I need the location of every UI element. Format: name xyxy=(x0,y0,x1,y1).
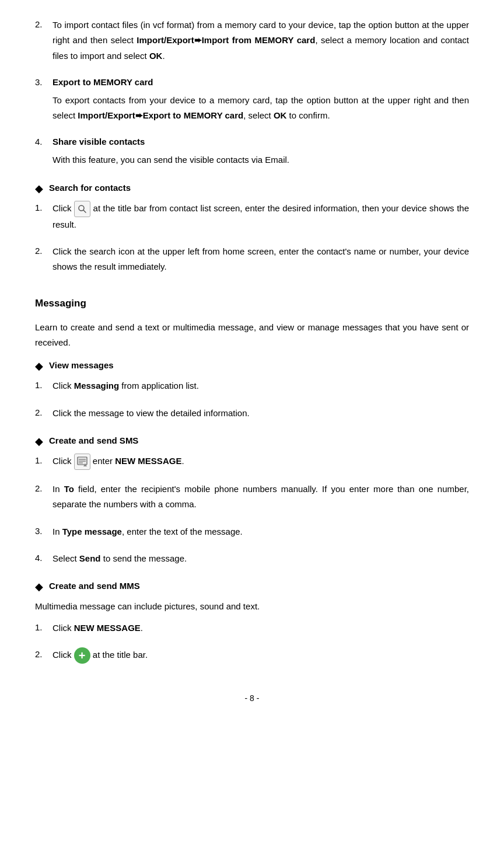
mms-intro: Multimedia message can include pictures,… xyxy=(35,599,469,614)
section-num-3: 3. xyxy=(35,75,52,89)
search-item-1-post: at the title bar from contact list scree… xyxy=(52,203,469,229)
mms-item-1-para: Click NEW MESSAGE. xyxy=(52,621,469,636)
diamond-icon-4: ◆ xyxy=(35,580,43,594)
sms-item-4: 4. Select Send to send the message. xyxy=(35,551,469,571)
sms-item-1-body: Click enter NEW MESSAGE. xyxy=(52,454,469,475)
bullet-create-mms: ◆ Create and send MMS xyxy=(35,579,469,594)
sms-item-2: 2. In To field, enter the recipient's mo… xyxy=(35,482,469,517)
sms-item-3: 3. In Type message, enter the text of th… xyxy=(35,524,469,544)
sms-item-4-num: 4. xyxy=(35,551,52,565)
search-item-1-body: Click at the title bar from contact list… xyxy=(52,201,469,237)
create-mms-heading: Create and send MMS xyxy=(49,579,140,593)
search-item-1-para: Click at the title bar from contact list… xyxy=(52,201,469,232)
sms-item-2-para: In To field, enter the recipient's mobil… xyxy=(52,482,469,513)
search-icon xyxy=(74,201,90,217)
share-para: With this feature, you can send the visi… xyxy=(52,152,469,168)
view-msg-item-1-num: 1. xyxy=(35,378,52,392)
page-number: - 8 - xyxy=(245,693,260,703)
section-body: To import contact files (in vcf format) … xyxy=(52,18,469,68)
search-item-2: 2. Click the search icon at the upper le… xyxy=(35,244,469,280)
mms-item-1-num: 1. xyxy=(35,621,52,635)
sms-item-1-dot: . xyxy=(181,456,184,466)
mms-item-1: 1. Click NEW MESSAGE. xyxy=(35,621,469,640)
mms-item-2-pre: Click xyxy=(52,650,72,660)
search-item-1-pre: Click xyxy=(52,203,72,213)
sms-item-1-mid: enter xyxy=(93,456,115,466)
sms-item-1: 1. Click enter NEW MESSAGE. xyxy=(35,454,469,475)
section-share-contacts: 4. Share visible contacts With this feat… xyxy=(35,135,469,172)
diamond-icon-3: ◆ xyxy=(35,434,43,449)
share-heading: Share visible contacts xyxy=(52,135,469,149)
sms-item-1-para: Click enter NEW MESSAGE. xyxy=(52,454,469,470)
search-item-1-num: 1. xyxy=(35,201,52,215)
sms-item-1-pre: Click xyxy=(52,456,72,466)
diamond-icon-2: ◆ xyxy=(35,359,43,374)
bullet-create-sms: ◆ Create and send SMS xyxy=(35,434,469,449)
section-num: 2. xyxy=(35,18,52,32)
mms-item-1-body: Click NEW MESSAGE. xyxy=(52,621,469,640)
view-msg-item-2: 2. Click the message to view the detaile… xyxy=(35,406,469,426)
search-item-2-para: Click the search icon at the upper left … xyxy=(52,244,469,275)
add-circle-icon: + xyxy=(74,647,90,664)
view-msg-item-1: 1. Click Messaging from application list… xyxy=(35,378,469,398)
sms-item-2-body: In To field, enter the recipient's mobil… xyxy=(52,482,469,517)
search-item-2-body: Click the search icon at the upper left … xyxy=(52,244,469,280)
svg-line-1 xyxy=(83,210,86,212)
compose-icon xyxy=(74,454,90,470)
messaging-heading: Messaging xyxy=(35,295,469,311)
mms-item-2-body: Click + at the title bar. xyxy=(52,647,469,668)
mms-item-2-post: at the title bar. xyxy=(93,650,148,660)
view-msg-item-2-para: Click the message to view the detailed i… xyxy=(52,406,469,421)
messaging-intro: Learn to create and send a text or multi… xyxy=(35,320,469,351)
diamond-icon: ◆ xyxy=(35,182,43,196)
search-item-2-num: 2. xyxy=(35,244,52,258)
sms-item-4-body: Select Send to send the message. xyxy=(52,551,469,571)
page-footer: - 8 - xyxy=(35,692,469,705)
sms-item-1-num: 1. xyxy=(35,454,52,468)
mms-item-2-num: 2. xyxy=(35,647,52,661)
view-msg-item-2-num: 2. xyxy=(35,406,52,420)
sms-item-3-body: In Type message, enter the text of the m… xyxy=(52,524,469,544)
search-contacts-heading: Search for contacts xyxy=(49,181,131,195)
sms-item-1-post: NEW MESSAGE xyxy=(115,456,181,466)
section-import-memory: 2. To import contact files (in vcf forma… xyxy=(35,18,469,68)
messaging-section: Messaging Learn to create and send a tex… xyxy=(35,295,469,350)
bullet-view-messages: ◆ View messages xyxy=(35,358,469,374)
export-memory-para: To export contacts from your device to a… xyxy=(52,93,469,124)
section-body-4: Share visible contacts With this feature… xyxy=(52,135,469,172)
sms-item-2-num: 2. xyxy=(35,482,52,496)
bullet-search-contacts: ◆ Search for contacts xyxy=(35,181,469,196)
search-item-1: 1. Click at the title bar from contact l… xyxy=(35,201,469,237)
view-messages-heading: View messages xyxy=(49,358,114,372)
mms-item-2-para: Click + at the title bar. xyxy=(52,647,469,664)
section-body-3: Export to MEMORY card To export contacts… xyxy=(52,75,469,128)
view-msg-item-1-body: Click Messaging from application list. xyxy=(52,378,469,398)
import-memory-para: To import contact files (in vcf format) … xyxy=(52,18,469,64)
sms-item-4-para: Select Send to send the message. xyxy=(52,551,469,566)
section-num-4: 4. xyxy=(35,135,52,149)
view-msg-item-1-para: Click Messaging from application list. xyxy=(52,378,469,393)
sms-item-3-para: In Type message, enter the text of the m… xyxy=(52,524,469,539)
create-sms-heading: Create and send SMS xyxy=(49,434,138,448)
view-msg-item-2-body: Click the message to view the detailed i… xyxy=(52,406,469,426)
export-heading: Export to MEMORY card xyxy=(52,75,469,89)
sms-item-3-num: 3. xyxy=(35,524,52,538)
section-export-memory: 3. Export to MEMORY card To export conta… xyxy=(35,75,469,128)
mms-item-2: 2. Click + at the title bar. xyxy=(35,647,469,668)
